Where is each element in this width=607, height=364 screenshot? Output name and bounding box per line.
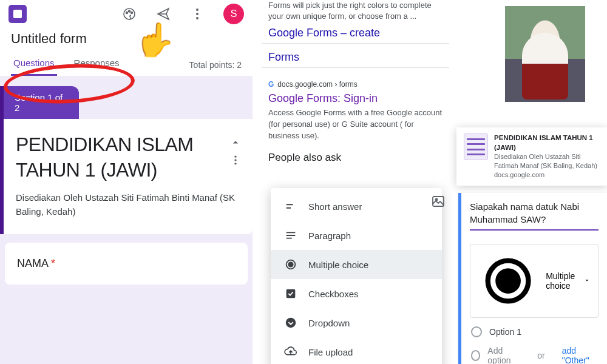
qtype-label: Paragraph [308,231,351,241]
qtype-label: Short answer [308,201,362,212]
svg-point-15 [436,199,438,201]
customize-theme-icon[interactable] [121,6,137,22]
svg-point-6 [196,17,198,19]
send-icon[interactable] [155,6,171,22]
search-link-create[interactable]: Google Forms – create [262,23,449,39]
svg-point-17 [498,271,518,291]
radio-unselected-icon [471,326,482,337]
svg-point-7 [234,156,236,158]
qtype-label: Multiple choice [308,260,368,270]
search-breadcrumb: G docs.google.com › forms [262,72,449,89]
qtype-short-answer[interactable]: Short answer [271,192,442,221]
pointing-hand-icon: 👆 [135,21,175,59]
editor-topbar: S [0,0,253,27]
option-label[interactable]: Option 1 [489,327,521,337]
add-option-label[interactable]: Add option [487,346,520,364]
svg-point-4 [196,8,198,11]
svg-point-2 [129,10,131,12]
add-other-link[interactable]: add "Other" [562,346,597,364]
form-header-card[interactable]: PENDIDIKAN ISLAM TAHUN 1 (JAWI) Disediak… [0,119,253,234]
link-card-text: PENDIDIKAN ISLAM TAHUN 1 (JAWI) Disediak… [494,133,603,180]
form-description[interactable]: Disediakan Oleh Ustazah Siti Fatimah Bin… [16,191,240,218]
total-points-label: Total points: 2 [189,60,242,76]
form-thumbnail-icon [464,133,488,160]
forms-editor-mobile: S Untitled form Questions Responses Tota… [0,0,253,364]
svg-rect-12 [287,289,296,298]
link-card-subtitle: Disediakan Oleh Ustazah Siti Fatimah Man… [494,153,597,169]
link-card-title: PENDIDIKAN ISLAM TAHUN 1 (JAWI) [494,134,593,151]
svg-point-3 [131,12,133,13]
question-label: NAMA [17,257,48,269]
question-editor-card[interactable]: Siapakah nama datuk Nabi Muhammad SAW? M… [458,193,607,364]
svg-point-1 [126,12,128,13]
svg-point-11 [288,262,293,266]
svg-point-5 [196,13,198,15]
qtype-label: Checkboxes [308,289,359,299]
option-row-1[interactable]: Option 1 [470,318,599,337]
qtype-label: File upload [308,347,353,357]
breadcrumb-text: docs.google.com › forms [277,80,357,89]
more-vert-icon[interactable] [189,6,205,22]
forms-link-preview-card[interactable]: PENDIDIKAN ISLAM TAHUN 1 (JAWI) Disediak… [456,127,607,186]
card-expand-collapse-icon[interactable] [229,136,242,166]
search-snippet-top: Forms will pick just the right colors to… [262,0,449,23]
required-asterisk: * [51,257,55,269]
teacher-photo [505,6,585,102]
qtype-file-upload[interactable]: File upload [271,337,442,364]
link-card-domain: docs.google.com [494,171,544,178]
qtype-label: Dropdown [308,318,350,328]
form-file-title[interactable]: Untitled form [0,27,253,47]
radio-unselected-icon [471,350,480,361]
add-option-row[interactable]: Add option or add "Other" [470,337,599,364]
or-label: or [537,351,544,360]
svg-point-8 [234,159,236,161]
people-also-ask-heading: People also ask [262,142,449,167]
svg-point-9 [234,163,236,164]
search-snippet-signin: Access Google Forms with a free Google a… [262,105,449,142]
account-avatar[interactable]: S [223,4,244,24]
qtype-checkboxes[interactable]: Checkboxes [271,279,442,308]
type-select-label: Multiple choice [546,271,576,291]
qtype-paragraph[interactable]: Paragraph [271,221,442,250]
search-link-forms[interactable]: Forms [262,47,449,64]
qtype-multiple-choice[interactable]: Multiple choice [271,250,442,279]
question-text-input[interactable]: Siapakah nama datuk Nabi Muhammad SAW? [470,200,599,231]
qtype-dropdown[interactable]: Dropdown [271,308,442,337]
search-link-signin[interactable]: Google Forms: Sign-in [262,89,449,105]
chevron-down-icon [583,276,591,286]
svg-rect-14 [433,197,444,206]
svg-point-13 [286,318,296,328]
question-card-nama[interactable]: NAMA * [5,243,248,285]
question-type-select[interactable]: Multiple choice [470,244,599,318]
question-type-dropdown: Short answer Paragraph Multiple choice C… [271,188,442,364]
insert-image-icon[interactable] [431,194,446,209]
google-g-icon: G [268,80,274,89]
form-title[interactable]: PENDIDIKAN ISLAM TAHUN 1 (JAWI) [16,132,204,183]
google-forms-logo-icon[interactable] [8,5,27,23]
